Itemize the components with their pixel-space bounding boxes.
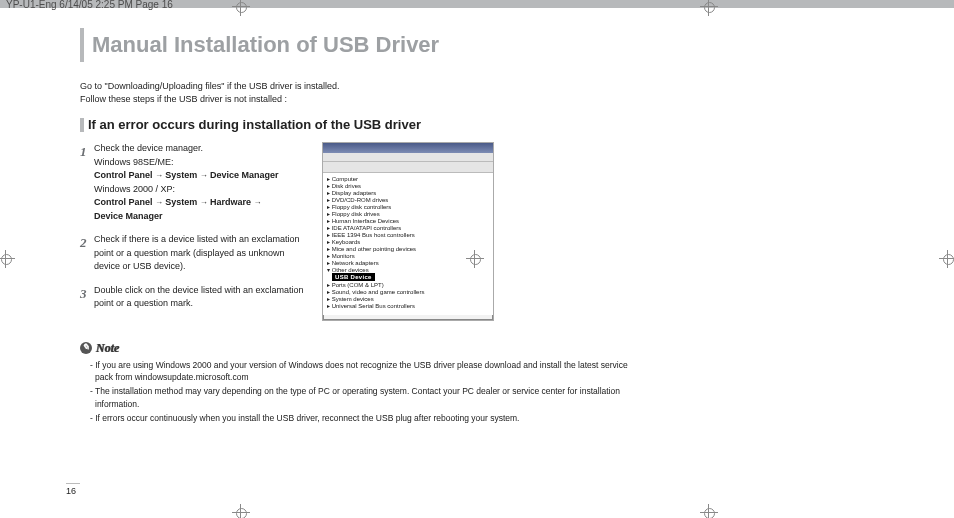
subheading-row: If an error occurs during installation o… <box>80 117 630 132</box>
step-text: Double click on the device listed with a… <box>94 285 304 309</box>
step-text: Check the device manager. <box>94 143 203 153</box>
steps-list: 1 Check the device manager. Windows 98SE… <box>80 142 310 321</box>
note-item: - The installation method may vary depen… <box>90 385 630 411</box>
title-bar: Manual Installation of USB Driver <box>80 28 630 62</box>
window-menubar <box>323 153 493 162</box>
note-label: Note <box>96 339 119 357</box>
registration-mark-icon <box>700 504 718 518</box>
page-title: Manual Installation of USB Driver <box>92 32 622 58</box>
page-content: Manual Installation of USB Driver Go to … <box>0 8 630 424</box>
page-number: 16 <box>66 483 80 496</box>
arrow-icon: → <box>155 171 165 180</box>
note-item: - If errors occur continuously when you … <box>90 412 630 425</box>
arrow-icon: → <box>155 198 165 207</box>
window-titlebar <box>323 143 493 153</box>
device-tree: ▸ Computer ▸ Disk drives ▸ Display adapt… <box>323 173 493 315</box>
print-header: YP-U1-Eng 6/14/05 2:25 PM Page 16 <box>6 0 173 10</box>
usb-device-highlight: USB Device <box>332 273 375 281</box>
note-block: ✎ Note - If you are using Windows 2000 a… <box>80 339 630 425</box>
intro-line-1: Go to "Downloading/Uploading files" if t… <box>80 80 630 93</box>
step-line: Windows 2000 / XP: <box>94 183 310 197</box>
step-line: Control Panel → System → Hardware → <box>94 196 310 210</box>
registration-mark-icon <box>939 250 954 268</box>
window-toolbar <box>323 162 493 173</box>
step-line: Windows 98SE/ME: <box>94 156 310 170</box>
step-line: Device Manager <box>94 210 310 224</box>
step-3: 3 Double click on the device listed with… <box>80 284 310 311</box>
note-item: - If you are using Windows 2000 and your… <box>90 359 630 385</box>
note-icon: ✎ <box>80 342 92 354</box>
device-manager-screenshot: ▸ Computer ▸ Disk drives ▸ Display adapt… <box>322 142 494 321</box>
step-number: 2 <box>80 233 87 253</box>
step-line: Control Panel → System → Device Manager <box>94 169 310 183</box>
note-list: - If you are using Windows 2000 and your… <box>80 359 630 425</box>
arrow-icon: → <box>200 171 210 180</box>
arrow-icon: → <box>200 198 210 207</box>
steps-section: 1 Check the device manager. Windows 98SE… <box>80 142 630 321</box>
step-number: 3 <box>80 284 87 304</box>
intro-line-2: Follow these steps if the USB driver is … <box>80 93 630 106</box>
note-heading: ✎ Note <box>80 339 630 357</box>
registration-mark-icon <box>232 504 250 518</box>
intro-text: Go to "Downloading/Uploading files" if t… <box>80 80 630 105</box>
arrow-icon: → <box>254 198 262 207</box>
subheading: If an error occurs during installation o… <box>88 117 421 132</box>
step-1: 1 Check the device manager. Windows 98SE… <box>80 142 310 223</box>
subheading-marker-icon <box>80 118 84 132</box>
step-text: Check if there is a device listed with a… <box>94 234 300 271</box>
step-number: 1 <box>80 142 87 162</box>
step-2: 2 Check if there is a device listed with… <box>80 233 310 274</box>
